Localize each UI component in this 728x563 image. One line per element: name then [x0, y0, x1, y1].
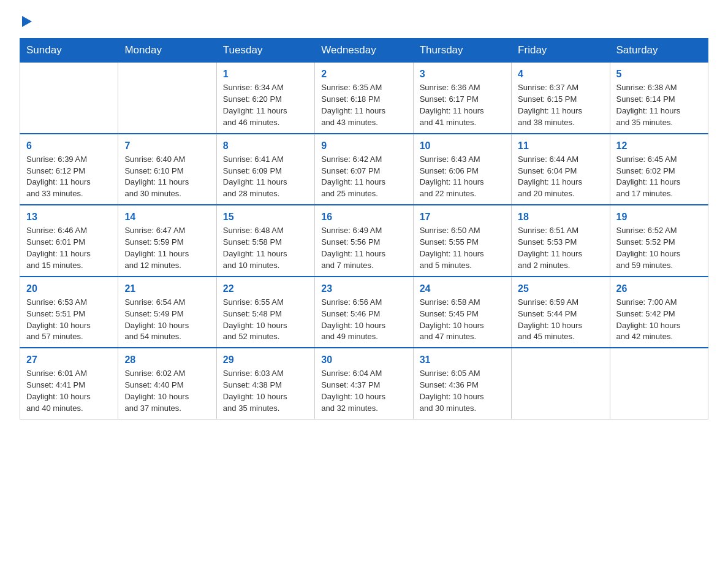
- calendar-cell: 16Sunrise: 6:49 AM Sunset: 5:56 PM Dayli…: [315, 205, 413, 277]
- day-info: Sunrise: 6:59 AM Sunset: 5:44 PM Dayligh…: [518, 297, 603, 343]
- calendar-cell: 21Sunrise: 6:54 AM Sunset: 5:49 PM Dayli…: [118, 277, 216, 348]
- calendar-cell: 9Sunrise: 6:42 AM Sunset: 6:07 PM Daylig…: [315, 134, 413, 205]
- day-info: Sunrise: 6:45 AM Sunset: 6:02 PM Dayligh…: [616, 154, 702, 200]
- day-number: 11: [518, 139, 603, 153]
- calendar-cell: 12Sunrise: 6:45 AM Sunset: 6:02 PM Dayli…: [610, 134, 708, 205]
- day-info: Sunrise: 6:53 AM Sunset: 5:51 PM Dayligh…: [26, 297, 112, 343]
- svg-marker-0: [22, 16, 32, 27]
- day-info: Sunrise: 6:51 AM Sunset: 5:53 PM Dayligh…: [518, 225, 603, 271]
- day-info: Sunrise: 7:00 AM Sunset: 5:42 PM Dayligh…: [616, 297, 702, 343]
- day-number: 5: [616, 67, 702, 81]
- day-info: Sunrise: 6:43 AM Sunset: 6:06 PM Dayligh…: [420, 154, 505, 200]
- calendar-cell: 26Sunrise: 7:00 AM Sunset: 5:42 PM Dayli…: [610, 277, 708, 348]
- day-number: 26: [616, 282, 702, 296]
- day-number: 1: [223, 67, 308, 81]
- day-number: 27: [26, 353, 112, 367]
- day-info: Sunrise: 6:49 AM Sunset: 5:56 PM Dayligh…: [321, 225, 406, 271]
- calendar-cell: 28Sunrise: 6:02 AM Sunset: 4:40 PM Dayli…: [118, 348, 216, 419]
- calendar-week-row: 1Sunrise: 6:34 AM Sunset: 6:20 PM Daylig…: [20, 63, 708, 134]
- calendar-cell: 14Sunrise: 6:47 AM Sunset: 5:59 PM Dayli…: [118, 205, 216, 277]
- day-info: Sunrise: 6:50 AM Sunset: 5:55 PM Dayligh…: [420, 225, 505, 271]
- header-monday: Monday: [118, 39, 216, 63]
- day-info: Sunrise: 6:38 AM Sunset: 6:14 PM Dayligh…: [616, 82, 702, 128]
- header-friday: Friday: [512, 39, 610, 63]
- calendar-cell: 27Sunrise: 6:01 AM Sunset: 4:41 PM Dayli…: [20, 348, 118, 419]
- day-info: Sunrise: 6:41 AM Sunset: 6:09 PM Dayligh…: [223, 154, 308, 200]
- calendar-week-row: 20Sunrise: 6:53 AM Sunset: 5:51 PM Dayli…: [20, 277, 708, 348]
- day-number: 17: [420, 210, 505, 224]
- calendar-cell: 31Sunrise: 6:05 AM Sunset: 4:36 PM Dayli…: [413, 348, 511, 419]
- day-number: 29: [223, 353, 308, 367]
- calendar-cell: 10Sunrise: 6:43 AM Sunset: 6:06 PM Dayli…: [413, 134, 511, 205]
- day-number: 30: [321, 353, 406, 367]
- day-number: 25: [518, 282, 603, 296]
- day-number: 20: [26, 282, 112, 296]
- calendar-cell: 13Sunrise: 6:46 AM Sunset: 6:01 PM Dayli…: [20, 205, 118, 277]
- day-number: 14: [124, 210, 210, 224]
- calendar-cell: 20Sunrise: 6:53 AM Sunset: 5:51 PM Dayli…: [20, 277, 118, 348]
- day-number: 4: [518, 67, 603, 81]
- calendar-cell: 18Sunrise: 6:51 AM Sunset: 5:53 PM Dayli…: [512, 205, 610, 277]
- calendar-cell: 1Sunrise: 6:34 AM Sunset: 6:20 PM Daylig…: [216, 63, 314, 134]
- day-info: Sunrise: 6:04 AM Sunset: 4:37 PM Dayligh…: [321, 368, 406, 414]
- calendar-week-row: 13Sunrise: 6:46 AM Sunset: 6:01 PM Dayli…: [20, 205, 708, 277]
- day-info: Sunrise: 6:44 AM Sunset: 6:04 PM Dayligh…: [518, 154, 603, 200]
- calendar-cell: [610, 348, 708, 419]
- calendar-cell: 5Sunrise: 6:38 AM Sunset: 6:14 PM Daylig…: [610, 63, 708, 134]
- day-info: Sunrise: 6:05 AM Sunset: 4:36 PM Dayligh…: [420, 368, 505, 414]
- day-number: 12: [616, 139, 702, 153]
- day-info: Sunrise: 6:47 AM Sunset: 5:59 PM Dayligh…: [124, 225, 210, 271]
- day-info: Sunrise: 6:56 AM Sunset: 5:46 PM Dayligh…: [321, 297, 406, 343]
- logo-flag-icon: [20, 15, 34, 28]
- day-info: Sunrise: 6:39 AM Sunset: 6:12 PM Dayligh…: [26, 154, 112, 200]
- day-number: 8: [223, 139, 308, 153]
- day-number: 13: [26, 210, 112, 224]
- day-info: Sunrise: 6:46 AM Sunset: 6:01 PM Dayligh…: [26, 225, 112, 271]
- calendar-cell: [20, 63, 118, 134]
- calendar-cell: 19Sunrise: 6:52 AM Sunset: 5:52 PM Dayli…: [610, 205, 708, 277]
- header-tuesday: Tuesday: [216, 39, 314, 63]
- day-info: Sunrise: 6:54 AM Sunset: 5:49 PM Dayligh…: [124, 297, 210, 343]
- calendar-cell: 8Sunrise: 6:41 AM Sunset: 6:09 PM Daylig…: [216, 134, 314, 205]
- calendar-cell: 22Sunrise: 6:55 AM Sunset: 5:48 PM Dayli…: [216, 277, 314, 348]
- calendar-cell: 4Sunrise: 6:37 AM Sunset: 6:15 PM Daylig…: [512, 63, 610, 134]
- calendar-cell: 30Sunrise: 6:04 AM Sunset: 4:37 PM Dayli…: [315, 348, 413, 419]
- day-number: 15: [223, 210, 308, 224]
- day-number: 21: [124, 282, 210, 296]
- day-info: Sunrise: 6:55 AM Sunset: 5:48 PM Dayligh…: [223, 297, 308, 343]
- day-number: 18: [518, 210, 603, 224]
- day-number: 23: [321, 282, 406, 296]
- day-number: 2: [321, 67, 406, 81]
- day-info: Sunrise: 6:48 AM Sunset: 5:58 PM Dayligh…: [223, 225, 308, 271]
- day-info: Sunrise: 6:36 AM Sunset: 6:17 PM Dayligh…: [420, 82, 505, 128]
- day-number: 24: [420, 282, 505, 296]
- header-sunday: Sunday: [20, 39, 118, 63]
- page-header: [20, 15, 708, 27]
- day-number: 9: [321, 139, 406, 153]
- day-number: 16: [321, 210, 406, 224]
- day-info: Sunrise: 6:42 AM Sunset: 6:07 PM Dayligh…: [321, 154, 406, 200]
- day-number: 3: [420, 67, 505, 81]
- header-wednesday: Wednesday: [315, 39, 413, 63]
- day-info: Sunrise: 6:02 AM Sunset: 4:40 PM Dayligh…: [124, 368, 210, 414]
- calendar-cell: 25Sunrise: 6:59 AM Sunset: 5:44 PM Dayli…: [512, 277, 610, 348]
- day-number: 7: [124, 139, 210, 153]
- day-info: Sunrise: 6:01 AM Sunset: 4:41 PM Dayligh…: [26, 368, 112, 414]
- logo: [20, 15, 34, 27]
- day-info: Sunrise: 6:34 AM Sunset: 6:20 PM Dayligh…: [223, 82, 308, 128]
- day-info: Sunrise: 6:35 AM Sunset: 6:18 PM Dayligh…: [321, 82, 406, 128]
- day-info: Sunrise: 6:03 AM Sunset: 4:38 PM Dayligh…: [223, 368, 308, 414]
- day-info: Sunrise: 6:58 AM Sunset: 5:45 PM Dayligh…: [420, 297, 505, 343]
- header-thursday: Thursday: [413, 39, 511, 63]
- calendar-week-row: 27Sunrise: 6:01 AM Sunset: 4:41 PM Dayli…: [20, 348, 708, 419]
- day-number: 22: [223, 282, 308, 296]
- day-info: Sunrise: 6:37 AM Sunset: 6:15 PM Dayligh…: [518, 82, 603, 128]
- day-number: 19: [616, 210, 702, 224]
- day-info: Sunrise: 6:40 AM Sunset: 6:10 PM Dayligh…: [124, 154, 210, 200]
- calendar-cell: 3Sunrise: 6:36 AM Sunset: 6:17 PM Daylig…: [413, 63, 511, 134]
- calendar-cell: [118, 63, 216, 134]
- header-saturday: Saturday: [610, 39, 708, 63]
- day-info: Sunrise: 6:52 AM Sunset: 5:52 PM Dayligh…: [616, 225, 702, 271]
- calendar-cell: 23Sunrise: 6:56 AM Sunset: 5:46 PM Dayli…: [315, 277, 413, 348]
- calendar-cell: [512, 348, 610, 419]
